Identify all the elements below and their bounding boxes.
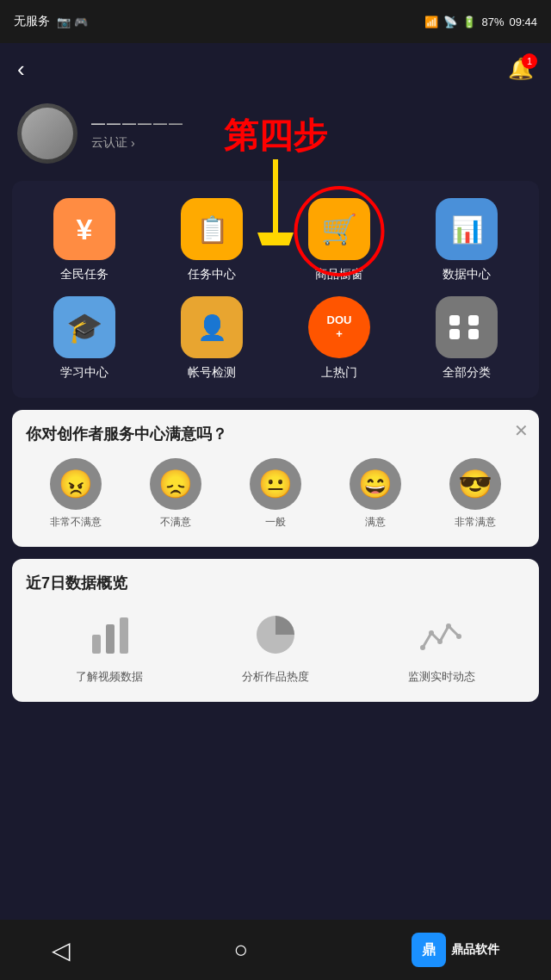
bottom-nav: ◁ ○ 鼎 鼎品软件 xyxy=(0,920,551,980)
quanmin-label: 全民任务 xyxy=(60,267,108,282)
status-left: 无服务 📷 🎮 xyxy=(14,14,88,29)
satisfied-face: 😄 xyxy=(350,458,401,510)
quanmin-icon: ¥ xyxy=(53,198,115,260)
zhanghu-label: 帐号检测 xyxy=(188,365,236,381)
status-right: 📶 📡 🔋 87% 09:44 xyxy=(424,16,537,28)
zhanghu-icon: 👤 xyxy=(181,296,243,358)
data-overview-section: 近7日数据概览 了解视频数据 分析作品热度 xyxy=(12,559,539,702)
avatar-inner xyxy=(22,108,73,159)
shuju-label: 数据中心 xyxy=(443,267,491,282)
brand-logo: 鼎 鼎品软件 xyxy=(412,933,499,967)
system-home-button[interactable]: ○ xyxy=(234,936,249,964)
icon-row-1: ¥ 全民任务 📋 任务中心 🛒 商品橱窗 📊 数据中心 xyxy=(21,198,530,282)
xuexi-label: 学习中心 xyxy=(60,365,108,381)
svg-point-5 xyxy=(420,645,425,650)
renwu-label: 任务中心 xyxy=(188,267,236,282)
notification-badge: 1 xyxy=(522,53,537,69)
shangpin-icon: 🛒 xyxy=(308,198,370,260)
profile-info: —————— 云认证 › xyxy=(91,116,184,151)
icon-item-quanmin[interactable]: ¥ 全民任务 xyxy=(33,198,136,282)
realtime-icon xyxy=(414,607,469,662)
top-nav: ‹ 🔔 1 xyxy=(0,43,551,95)
very-unsatisfied-label: 非常不满意 xyxy=(50,515,102,530)
svg-point-6 xyxy=(429,630,434,636)
icon-item-shangpin[interactable]: 🛒 商品橱窗 xyxy=(288,198,391,282)
data-overview-title: 近7日数据概览 xyxy=(26,573,525,593)
brand-name: 鼎品软件 xyxy=(451,942,499,958)
neutral-label: 一般 xyxy=(265,515,286,530)
svg-point-7 xyxy=(437,639,443,644)
time-display: 09:44 xyxy=(509,16,537,28)
brand-icon: 鼎 xyxy=(412,933,446,967)
realtime-label: 监测实时动态 xyxy=(408,669,475,685)
very-satisfied-face: 😎 xyxy=(449,458,501,510)
video-data-icon xyxy=(82,607,137,662)
battery-level: 87% xyxy=(481,16,504,28)
very-unsatisfied-face: 😠 xyxy=(50,458,102,510)
icon-item-quanbu[interactable]: 全部分类 xyxy=(415,296,518,381)
shangpin-label: 商品橱窗 xyxy=(315,267,363,282)
survey-section: 你对创作者服务中心满意吗？ ✕ 😠 非常不满意 😞 不满意 😐 一般 😄 满意 … xyxy=(12,410,539,547)
battery-icon: 🔋 xyxy=(462,16,476,28)
icon-item-zhanghu[interactable]: 👤 帐号检测 xyxy=(160,296,263,381)
renwu-icon: 📋 xyxy=(181,198,243,260)
status-icons: 📷 🎮 xyxy=(57,16,88,28)
shengremen-icon: DOU+ xyxy=(308,296,370,358)
video-data-label: 了解视频数据 xyxy=(76,669,143,685)
work-heat-icon xyxy=(248,607,303,662)
survey-title: 你对创作者服务中心满意吗？ xyxy=(26,424,525,444)
icon-item-renwu[interactable]: 📋 任务中心 xyxy=(160,198,263,282)
emoji-unsatisfied[interactable]: 😞 不满意 xyxy=(150,458,201,530)
satisfied-label: 满意 xyxy=(365,515,386,530)
svg-rect-4 xyxy=(120,617,128,654)
profile-name: —————— xyxy=(91,116,184,132)
shengremen-label: 上热门 xyxy=(321,365,357,381)
emoji-neutral[interactable]: 😐 一般 xyxy=(250,458,301,530)
unsatisfied-label: 不满意 xyxy=(160,515,191,530)
data-row: 了解视频数据 分析作品热度 xyxy=(26,607,525,685)
svg-point-8 xyxy=(446,623,451,629)
cert-label: 云认证 xyxy=(91,135,127,151)
unsatisfied-face: 😞 xyxy=(150,458,201,510)
emoji-satisfied[interactable]: 😄 满意 xyxy=(350,458,401,530)
carrier-label: 无服务 xyxy=(14,14,50,29)
xuexi-icon: 🎓 xyxy=(53,296,115,358)
data-item-realtime[interactable]: 监测实时动态 xyxy=(408,607,475,685)
icon-item-shuju[interactable]: 📊 数据中心 xyxy=(415,198,518,282)
status-bar: 无服务 📷 🎮 📶 📡 🔋 87% 09:44 xyxy=(0,0,551,43)
cert-link[interactable]: 云认证 › xyxy=(91,135,184,151)
cert-arrow: › xyxy=(131,136,135,150)
survey-close-button[interactable]: ✕ xyxy=(514,420,529,441)
icon-grid: ¥ 全民任务 📋 任务中心 🛒 商品橱窗 📊 数据中心 xyxy=(12,181,539,398)
signal-icon: 📶 xyxy=(424,16,438,28)
profile-area: —————— 云认证 › xyxy=(0,95,551,181)
data-item-heat[interactable]: 分析作品热度 xyxy=(242,607,309,685)
svg-point-9 xyxy=(456,634,461,639)
very-satisfied-label: 非常满意 xyxy=(455,515,496,530)
svg-rect-2 xyxy=(92,635,101,654)
emoji-row: 😠 非常不满意 😞 不满意 😐 一般 😄 满意 😎 非常满意 xyxy=(26,458,525,530)
work-heat-label: 分析作品热度 xyxy=(242,669,309,685)
quanbu-label: 全部分类 xyxy=(443,365,491,381)
icon-row-2: 🎓 学习中心 👤 帐号检测 DOU+ 上热门 xyxy=(21,296,530,381)
quanbu-icon xyxy=(436,296,498,358)
svg-rect-3 xyxy=(106,624,115,654)
back-button[interactable]: ‹ xyxy=(17,56,25,83)
emoji-very-unsatisfied[interactable]: 😠 非常不满意 xyxy=(50,458,102,530)
emoji-very-satisfied[interactable]: 😎 非常满意 xyxy=(449,458,501,530)
data-item-video[interactable]: 了解视频数据 xyxy=(76,607,143,685)
avatar xyxy=(17,103,77,164)
shuju-icon: 📊 xyxy=(436,198,498,260)
system-back-button[interactable]: ◁ xyxy=(52,936,71,964)
wifi-icon: 📡 xyxy=(443,16,457,28)
icon-item-xuexi[interactable]: 🎓 学习中心 xyxy=(33,296,136,381)
icon-item-shengremen[interactable]: DOU+ 上热门 xyxy=(288,296,391,381)
neutral-face: 😐 xyxy=(250,458,301,510)
